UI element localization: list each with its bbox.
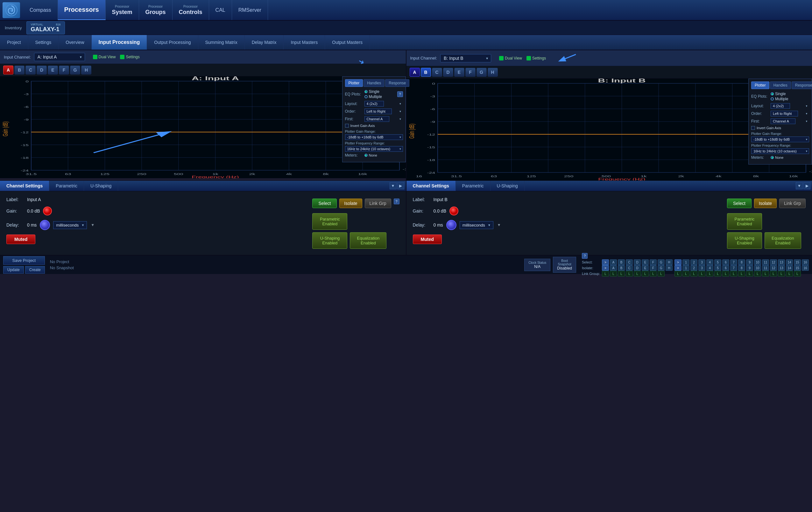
link-letter-C[interactable]: L	[618, 271, 625, 276]
sub-nav-project[interactable]: Project	[0, 35, 28, 50]
plotter-gain-select-a[interactable]: -18dB to +18dB by 6dB	[345, 134, 403, 140]
ch-letter-a-B[interactable]: B	[14, 65, 25, 74]
link-letter-G[interactable]: L	[650, 271, 657, 276]
link-num-13[interactable]: L	[770, 271, 777, 276]
isolate-btn-b[interactable]: Isolate	[754, 199, 777, 208]
nav-tab-compass[interactable]: Compass	[23, 0, 58, 20]
sub-nav-output-processing[interactable]: Output Processing	[147, 35, 198, 50]
ch-letter-b-H[interactable]: H	[488, 68, 498, 77]
ch-tab-a-ushaping[interactable]: U-Shaping	[84, 181, 118, 191]
ch-tab-b-ushaping[interactable]: U-Shaping	[491, 181, 525, 191]
select-btn-b[interactable]: Select	[727, 199, 752, 208]
nav-tab-groups[interactable]: Processor Groups	[139, 0, 173, 20]
delay-knob-a[interactable]	[40, 220, 50, 230]
tab-arrow-down-a[interactable]: ▼	[389, 182, 397, 189]
nav-tab-processors[interactable]: Processors	[58, 0, 106, 20]
select-letter-A[interactable]: A	[610, 259, 617, 265]
link-num-5[interactable]: L	[706, 271, 713, 276]
link-letter-H[interactable]: L	[658, 271, 665, 276]
sub-nav-input-masters[interactable]: Input Masters	[284, 35, 325, 50]
link-num-1[interactable]: L	[674, 271, 682, 276]
select-letter-G[interactable]: G	[658, 259, 665, 265]
eq-plots-multiple-a[interactable]: Multiple	[365, 94, 382, 99]
eq-plots-single-b[interactable]: Single	[771, 92, 788, 96]
isolate-num-12[interactable]: 12	[770, 265, 777, 271]
isolate-num-9[interactable]: 9	[746, 265, 753, 271]
link-num-11[interactable]: L	[754, 271, 761, 276]
select-btn-a[interactable]: Select	[312, 199, 337, 208]
link-num-4[interactable]: L	[698, 271, 705, 276]
ch-tab-b-channel-settings[interactable]: Channel Settings	[406, 181, 456, 191]
plotter-gain-select-b[interactable]: -18dB to +18dB by 6dB	[751, 137, 809, 142]
select-num-3[interactable]: 3	[698, 259, 705, 265]
ch-letter-b-D[interactable]: D	[443, 68, 453, 77]
select-num-1[interactable]: 1	[683, 259, 690, 265]
nav-tab-controls[interactable]: Processor Controls	[173, 0, 209, 20]
select-num-13[interactable]: 13	[778, 259, 785, 265]
eq-plots-single-a[interactable]: Single	[365, 89, 382, 94]
sub-nav-summing-matrix[interactable]: Summing Matrix	[198, 35, 245, 50]
select-letter-F[interactable]: F	[650, 259, 657, 265]
ch-letter-a-C[interactable]: C	[26, 65, 36, 74]
select-num-5[interactable]: 5	[714, 259, 721, 265]
channel-a-dual-view-btn[interactable]: Dual View	[93, 55, 116, 59]
select-num-7[interactable]: 7	[730, 259, 737, 265]
select-num-2[interactable]: 2	[690, 259, 697, 265]
plotter-tab-response-a[interactable]: Response	[385, 79, 409, 87]
isolate-num-15[interactable]: 15	[794, 265, 801, 271]
delay-unit-select-b[interactable]: milliseconds	[460, 221, 493, 229]
select-arrow-btn2[interactable]: >	[674, 259, 682, 265]
sub-nav-input-processing[interactable]: Input Processing	[92, 35, 147, 50]
link-grp-btn-b[interactable]: Link Grp	[779, 199, 806, 208]
ch-letter-a-D[interactable]: D	[37, 65, 47, 74]
select-num-12[interactable]: 12	[770, 259, 777, 265]
link-letter-D[interactable]: L	[626, 271, 633, 276]
channel-a-settings-btn[interactable]: Settings	[120, 55, 139, 59]
select-letter-C[interactable]: C	[626, 259, 633, 265]
ch-letter-a-A[interactable]: A	[3, 65, 13, 74]
isolate-num-3[interactable]: 3	[698, 265, 705, 271]
eq-plots-multiple-b[interactable]: Multiple	[771, 97, 788, 101]
isolate-letter-E[interactable]: E	[642, 265, 649, 271]
eq-enabled-btn-b[interactable]: EqualizationEnabled	[764, 232, 801, 249]
isolate-letter-C[interactable]: C	[626, 265, 633, 271]
select-num-14[interactable]: 14	[786, 259, 793, 265]
isolate-letter-G[interactable]: G	[658, 265, 665, 271]
select-num-11[interactable]: 11	[762, 259, 769, 265]
plotter-tab-plotter-b[interactable]: Plotter	[751, 82, 770, 89]
ch-letter-a-F[interactable]: F	[59, 65, 69, 74]
muted-btn-b[interactable]: Muted	[413, 235, 442, 244]
bottom-help-btn[interactable]: ?	[582, 253, 588, 259]
select-num-10[interactable]: 10	[754, 259, 761, 265]
plotter-tab-plotter-a[interactable]: Plotter	[345, 79, 363, 87]
isolate-num-7[interactable]: 7	[730, 265, 737, 271]
link-num-2[interactable]: L	[683, 271, 690, 276]
muted-btn-a[interactable]: Muted	[6, 235, 35, 244]
sub-nav-delay-matrix[interactable]: Delay Matrix	[245, 35, 284, 50]
invert-checkbox-a[interactable]	[345, 124, 349, 128]
sub-nav-settings[interactable]: Settings	[28, 35, 59, 50]
invert-checkbox-b[interactable]	[751, 126, 755, 130]
isolate-letter-B[interactable]: B	[618, 265, 625, 271]
isolate-num-4[interactable]: 4	[706, 265, 713, 271]
param-enabled-btn-b[interactable]: ParametricEnabled	[727, 213, 762, 230]
sub-nav-output-masters[interactable]: Output Masters	[325, 35, 370, 50]
channel-a-select[interactable]: A: Input A B: Input B	[34, 53, 85, 61]
ch-letter-a-H[interactable]: H	[81, 65, 91, 74]
ch-letter-b-A[interactable]: A	[410, 68, 420, 77]
isolate-num-1[interactable]: 1	[683, 265, 690, 271]
plotter-tab-response-b[interactable]: Response	[792, 82, 812, 89]
select-arrow-btn[interactable]: >	[602, 259, 609, 265]
ushaping-enabled-btn-b[interactable]: U-ShapingEnabled	[727, 232, 762, 249]
link-letter-E[interactable]: L	[634, 271, 641, 276]
link-letter-F[interactable]: L	[642, 271, 649, 276]
isolate-num-16[interactable]: 16	[802, 265, 809, 271]
channel-b-dual-view-btn[interactable]: Dual View	[499, 56, 522, 60]
link-num-6[interactable]: L	[714, 271, 721, 276]
plotter-tab-handles-b[interactable]: Handles	[770, 82, 791, 89]
ch-tab-b-parametric[interactable]: Parametric	[456, 181, 491, 191]
select-num-8[interactable]: 8	[738, 259, 745, 265]
isolate-num-2[interactable]: 2	[690, 265, 697, 271]
nav-tab-system[interactable]: Processor System	[106, 0, 139, 20]
isolate-letter-D[interactable]: D	[634, 265, 641, 271]
